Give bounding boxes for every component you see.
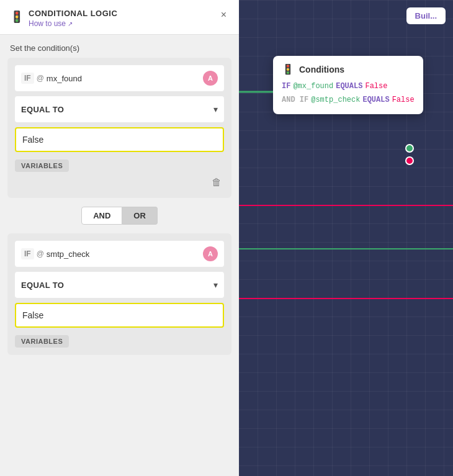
value-text-1: False (22, 135, 217, 145)
value-row-2[interactable]: False (15, 303, 224, 328)
and-button[interactable]: AND (81, 207, 122, 225)
panel-header: 🚦 CONDITIONAL LOGIC How to use ↗ × (0, 0, 239, 35)
section-title: Set the condition(s) (0, 35, 239, 58)
header-left: 🚦 CONDITIONAL LOGIC How to use ↗ (10, 9, 117, 28)
variables-button-2[interactable]: VARIABLES (15, 335, 69, 348)
panel-title: CONDITIONAL LOGIC (29, 9, 117, 18)
operator-label-2: EQUAL TO (21, 281, 64, 290)
code-var-1: @mx_found (293, 80, 333, 94)
title-block: CONDITIONAL LOGIC How to use ↗ (29, 9, 117, 28)
chevron-down-icon-2: ▾ (213, 280, 218, 290)
chevron-down-icon-1: ▾ (213, 104, 218, 114)
if-label-1: IF (21, 73, 34, 84)
red-line-bottom (239, 298, 453, 299)
operator-select-2[interactable]: EQUAL TO ▾ (15, 272, 224, 298)
code-line-1: IF @mx_found EQUALS False (282, 80, 415, 94)
at-symbol-1: @ (37, 74, 44, 83)
kw-if-1: IF (282, 80, 290, 94)
variables-button-1[interactable]: VARIABLES (15, 159, 69, 172)
condition-if-row-1[interactable]: IF @ mx_found A (15, 65, 224, 91)
green-line (239, 248, 453, 249)
connector-dot-red (405, 156, 414, 165)
avatar-1: A (203, 71, 218, 86)
external-link-icon: ↗ (68, 20, 73, 27)
kw-and: AND IF (282, 94, 308, 107)
or-button[interactable]: OR (122, 207, 158, 225)
how-to-use-label: How to use (29, 19, 66, 28)
and-or-section: AND OR (0, 198, 239, 233)
delete-row-1: 🗑 (15, 172, 224, 191)
card-header: 🚦 Conditions (282, 63, 415, 75)
condition-block-1: IF @ mx_found A EQUAL TO ▾ False VARIABL… (7, 58, 231, 198)
condition-block-2: IF @ smtp_check A EQUAL TO ▾ False VARIA… (7, 233, 231, 355)
code-val-2: False (392, 94, 415, 107)
red-line-top (239, 205, 453, 206)
code-val-1: False (365, 80, 387, 94)
condition-if-text-1: IF @ mx_found (21, 73, 82, 84)
code-line-2: AND IF @smtp_check EQUALS False (282, 94, 415, 107)
connector-dot-green (405, 144, 414, 153)
card-traffic-icon: 🚦 (282, 63, 294, 75)
code-var-2: @smtp_check (311, 94, 360, 107)
card-body: IF @mx_found EQUALS False AND IF @smtp_c… (282, 80, 415, 107)
at-symbol-2: @ (37, 249, 44, 258)
card-title: Conditions (299, 65, 344, 74)
kw-equals-2: EQUALS (362, 94, 389, 107)
value-text-2: False (22, 310, 217, 320)
left-panel: 🚦 CONDITIONAL LOGIC How to use ↗ × Set t… (0, 0, 239, 476)
var-name-1: mx_found (47, 74, 82, 83)
close-button[interactable]: × (218, 9, 229, 21)
var-name-2: smtp_check (47, 249, 89, 259)
kw-equals-1: EQUALS (336, 80, 362, 94)
if-label-2: IF (21, 248, 34, 259)
how-to-use-link[interactable]: How to use ↗ (29, 19, 117, 28)
avatar-2: A (203, 246, 218, 261)
operator-select-1[interactable]: EQUAL TO ▾ (15, 96, 224, 122)
condition-if-text-2: IF @ smtp_check (21, 248, 89, 259)
build-button[interactable]: Buil... (406, 7, 446, 24)
condition-if-row-2[interactable]: IF @ smtp_check A (15, 241, 224, 267)
delete-button-1[interactable]: 🗑 (212, 177, 222, 188)
operator-label-1: EQUAL TO (21, 105, 64, 114)
value-row-1[interactable]: False (15, 127, 224, 152)
traffic-light-icon: 🚦 (10, 10, 24, 24)
right-panel: Buil... 🚦 Conditions IF @mx_found EQUALS… (239, 0, 453, 476)
conditions-card: 🚦 Conditions IF @mx_found EQUALS False A… (273, 56, 423, 114)
